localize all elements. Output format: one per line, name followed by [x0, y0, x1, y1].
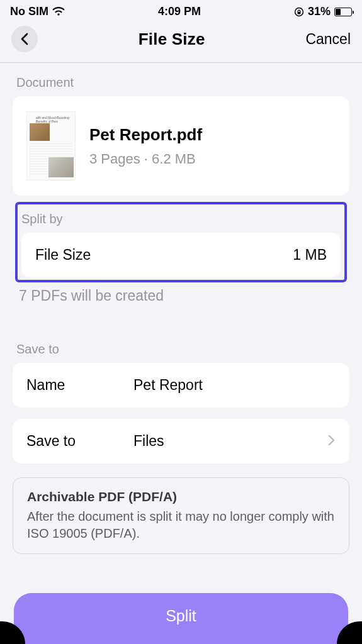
save-destination-row[interactable]: Save to Files: [13, 419, 349, 464]
cancel-button[interactable]: Cancel: [305, 31, 351, 48]
split-mode-label: File Size: [35, 247, 142, 264]
pdfa-notice-title: Archivable PDF (PDF/A): [27, 489, 335, 504]
svg-rect-1: [298, 12, 301, 14]
back-button[interactable]: [11, 26, 38, 52]
battery-percent: 31%: [308, 5, 331, 18]
save-destination-value: Files: [133, 433, 328, 450]
section-label-split: Split by: [21, 207, 341, 233]
save-name-value: Pet Report: [133, 377, 336, 394]
carrier-label: No SIM: [10, 5, 48, 18]
section-label-save: Save to: [13, 330, 349, 363]
clock: 4:09 PM: [158, 5, 201, 18]
split-by-row[interactable]: File Size 1 MB: [21, 233, 341, 277]
section-label-document: Document: [13, 63, 349, 96]
nav-header: File Size Cancel: [0, 21, 362, 62]
document-thumbnail: alth and Mood-Boosting Benefits of Pets: [26, 111, 76, 180]
split-by-highlight: Split by File Size 1 MB: [15, 202, 347, 282]
chevron-left-icon: [20, 33, 29, 45]
split-result-hint: 7 PDFs will be created: [13, 282, 349, 304]
chevron-right-icon: [328, 433, 336, 450]
orientation-lock-icon: [294, 7, 304, 17]
battery-icon: [334, 8, 352, 16]
save-name-row[interactable]: Name Pet Report: [13, 363, 349, 408]
page-title: File Size: [38, 30, 305, 49]
document-section: Document alth and Mood-Boosting Benefits…: [0, 63, 362, 196]
pdfa-notice-body: After the document is split it may no lo…: [27, 508, 335, 542]
split-button[interactable]: Split: [14, 593, 348, 644]
document-meta: 3 Pages · 6.2 MB: [89, 151, 202, 167]
split-size-value: 1 MB: [142, 247, 327, 264]
status-bar: No SIM 4:09 PM 31%: [0, 0, 362, 21]
document-card: alth and Mood-Boosting Benefits of Pets …: [13, 96, 349, 196]
document-filename: Pet Report.pdf: [89, 125, 202, 145]
wifi-icon: [52, 7, 65, 16]
save-destination-label: Save to: [26, 433, 133, 450]
pdfa-notice: Archivable PDF (PDF/A) After the documen…: [13, 477, 349, 554]
save-name-label: Name: [26, 377, 133, 394]
save-section: Save to Name Pet Report Save to Files: [0, 330, 362, 464]
